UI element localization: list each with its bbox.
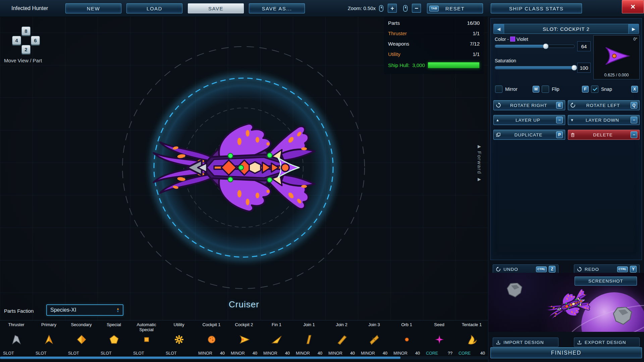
build-radius-rings (116, 40, 371, 295)
part-tag: SLOT (3, 351, 14, 356)
parts-scrollbar[interactable] (0, 356, 488, 359)
part-tag: SLOT (166, 351, 177, 356)
close-button[interactable]: × (622, 0, 644, 13)
save-as-button[interactable]: SAVE AS... (249, 3, 305, 13)
flip-checkbox[interactable] (542, 85, 549, 93)
part-name: Automatic Special (130, 320, 163, 332)
hull-label: Ship Hull: (388, 62, 410, 68)
parts-faction-select[interactable]: Species-XI ▲▼ (46, 304, 123, 316)
redo-button[interactable]: REDO CTRL Y (574, 264, 640, 274)
import-icon (496, 340, 501, 345)
ship-class-stats-button[interactable]: SHIP CLASS STATS (491, 3, 582, 13)
part-cockpit-2[interactable]: Cockpit 2MINOR40 (228, 320, 260, 362)
mirror-toggle[interactable]: Mirror M (495, 85, 539, 93)
part-orb-1[interactable]: Orb 1MINOR40 (390, 320, 423, 362)
undo-button[interactable]: UNDO CTRL Z (493, 264, 558, 274)
color-value[interactable]: 64 (577, 41, 591, 51)
save-button[interactable]: SAVE (188, 3, 244, 13)
ship-thumbnail (539, 279, 602, 329)
part-name: Utility (163, 320, 195, 332)
prev-slot-button[interactable]: ◀ (494, 24, 504, 34)
part-name: Orb 1 (390, 320, 423, 332)
seed-icon (423, 332, 455, 347)
part-special[interactable]: SpecialSLOT (98, 320, 130, 362)
part-tag: MINOR (328, 351, 342, 356)
part-tag: SLOT (133, 351, 144, 356)
stat-row: Utility1/1 (384, 49, 484, 59)
part-join-1[interactable]: Join 1MINOR40 (293, 320, 325, 362)
part-name: Thruster (0, 320, 33, 332)
layer-down-icon: ▼ (570, 118, 574, 122)
saturation-value[interactable]: 100 (577, 63, 591, 73)
part-tag: MINOR (231, 351, 245, 356)
parts-scrollbar-thumb[interactable] (0, 357, 400, 359)
rotate-right-button[interactable]: ROTATE RIGHT E (493, 100, 565, 110)
rotate-left-button[interactable]: ROTATE LEFT Q (568, 100, 640, 110)
mirror-checkbox[interactable] (495, 85, 502, 93)
parts-palette: ThrusterSLOTPrimarySLOTSecondarySLOTSpec… (0, 320, 488, 362)
new-button[interactable]: NEW (65, 3, 121, 13)
ship-name: Infected Hunter (11, 0, 48, 16)
snap-toggle[interactable]: Snap X (591, 85, 638, 93)
part-seed[interactable]: SeedCORE?? (423, 320, 455, 362)
stat-value: 1/1 (473, 31, 480, 36)
stat-row: Parts16/30 (384, 18, 484, 28)
ctrl-keycap: CTRL (617, 266, 628, 272)
part-fin-1[interactable]: Fin 1MINOR40 (260, 320, 293, 362)
snap-checkbox[interactable] (591, 85, 598, 93)
part-secondary[interactable]: SecondarySLOT (65, 320, 98, 362)
stat-label: Weapons (388, 41, 409, 47)
part-tentacle-1[interactable]: Tentacle 1CORE40 (455, 320, 488, 362)
next-slot-button[interactable]: ▶ (628, 24, 639, 34)
part-automatic-special[interactable]: Automatic SpecialSLOT (130, 320, 163, 362)
primary-weapon-icon (33, 332, 65, 347)
part-cockpit-1[interactable]: Cockpit 1MINOR40 (195, 320, 228, 362)
layer-down-button[interactable]: ▼ LAYER DOWN − (568, 115, 640, 125)
reset-view-button[interactable]: TAB RESET (427, 3, 483, 13)
part-tag: MINOR (361, 351, 375, 356)
load-button[interactable]: LOAD (126, 3, 182, 13)
orb-1-icon (390, 332, 423, 347)
part-thruster[interactable]: ThrusterSLOT (0, 320, 33, 362)
stat-label: Thruster (388, 31, 407, 36)
parts-faction-label: Parts Faction (4, 308, 34, 314)
screenshot-button[interactable]: SCREENSHOT (575, 277, 637, 286)
import-design-button[interactable]: IMPORT DESIGN (493, 338, 558, 347)
delete-button[interactable]: DELETE − (568, 130, 640, 140)
part-name: Tentacle 1 (455, 320, 488, 332)
zoom-in-button[interactable]: + (388, 4, 397, 13)
part-name: Primary (33, 320, 65, 332)
hull-row: Ship Hull: 3,000 (384, 59, 484, 71)
stat-label: Utility (388, 51, 400, 57)
stat-value: 16/30 (467, 20, 480, 26)
part-tag: MINOR (263, 351, 277, 356)
color-slider[interactable] (495, 45, 575, 48)
flip-toggle[interactable]: Flip F (542, 85, 589, 93)
export-design-button[interactable]: EXPORT DESIGN (574, 338, 640, 347)
part-cost: 40 (318, 351, 322, 356)
duplicate-icon (496, 132, 501, 137)
saturation-slider-knob[interactable] (572, 65, 577, 71)
zoom-out-button[interactable]: − (412, 4, 421, 13)
part-primary[interactable]: PrimarySLOT (33, 320, 65, 362)
part-name: Cockpit 1 (195, 320, 228, 332)
join-1-icon (293, 332, 325, 347)
part-cost: 40 (253, 351, 257, 356)
duplicate-button[interactable]: DUPLICATE P (493, 130, 565, 140)
reset-label: RESET (445, 6, 465, 11)
finished-button[interactable]: FINISHED (490, 347, 642, 358)
part-join-3[interactable]: Join 3MINOR40 (358, 320, 390, 362)
stat-label: Parts (388, 20, 400, 26)
part-utility[interactable]: UtilitySLOT (163, 320, 195, 362)
saturation-slider[interactable] (495, 66, 575, 69)
rotate-left-keycap: Q (631, 102, 637, 109)
rotate-left-icon (570, 103, 576, 108)
part-join-2[interactable]: Join 2MINOR40 (325, 320, 358, 362)
color-slider-knob[interactable] (543, 44, 549, 49)
thruster-icon (0, 332, 33, 347)
part-tag: MINOR (296, 351, 310, 356)
cockpit-2-icon (228, 332, 260, 347)
part-cost: 40 (285, 351, 290, 356)
export-icon (577, 340, 582, 345)
layer-up-button[interactable]: ▲ LAYER UP − (493, 115, 565, 125)
